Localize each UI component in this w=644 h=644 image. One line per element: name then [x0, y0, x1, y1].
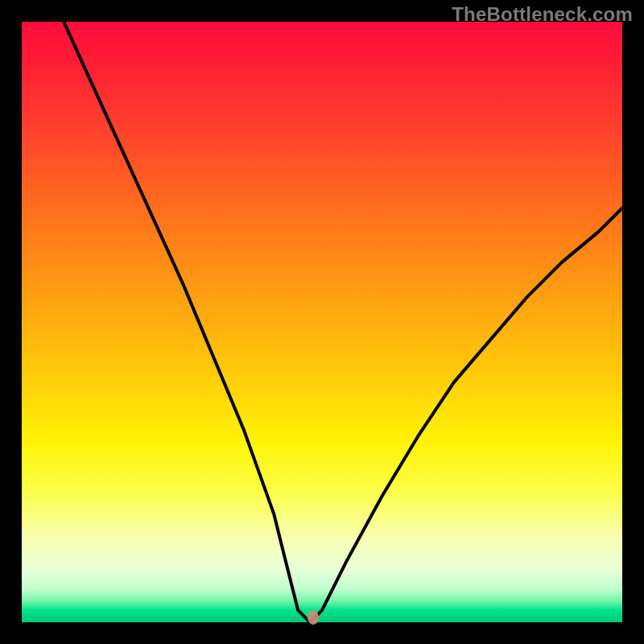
curve-svg: [22, 22, 622, 622]
bottleneck-marker: [308, 610, 319, 625]
plot-area: [22, 22, 622, 622]
bottleneck-curve: [64, 22, 622, 622]
chart-frame: TheBottleneck.com: [0, 0, 644, 644]
